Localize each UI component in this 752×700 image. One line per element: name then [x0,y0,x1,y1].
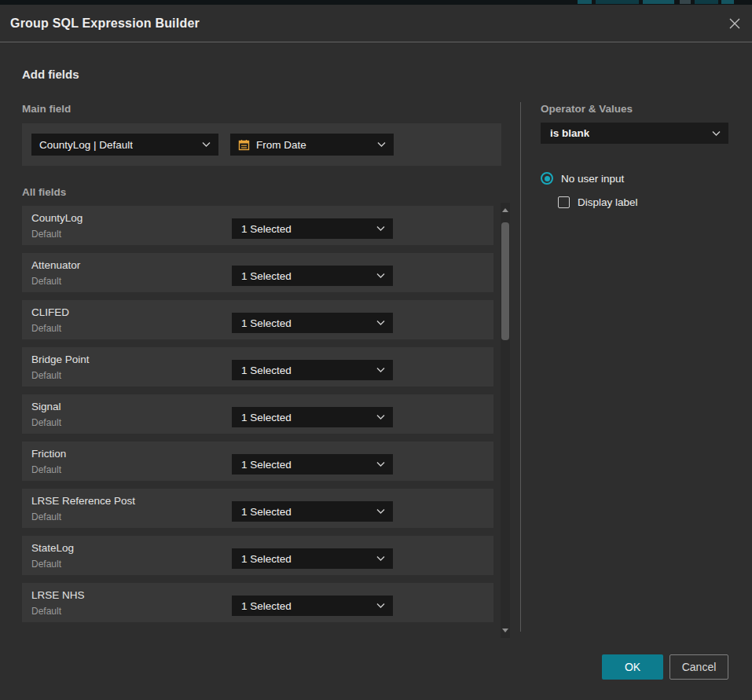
field-name: Bridge Point [31,354,90,365]
field-name: LRSE NHS [31,589,85,601]
field-name: Signal [31,401,61,412]
cancel-button[interactable]: Cancel [669,654,728,680]
scrollbar-thumb[interactable] [501,222,509,340]
radio-icon [541,172,553,185]
radio-label: No user input [561,173,624,185]
background-fragment [721,0,734,4]
calendar-icon [238,139,250,151]
ok-button[interactable]: OK [602,654,663,680]
main-field-panel: CountyLog | Default From Date [22,123,501,166]
field-name: CLIFED [31,306,69,318]
field-subtitle: Default [31,417,61,428]
panel-divider [520,102,521,632]
field-subtitle: Default [31,511,61,522]
scroll-up-icon[interactable] [502,208,508,212]
field-selection-dropdown[interactable]: 1 Selected [232,548,393,569]
close-icon[interactable] [728,16,742,31]
chevron-down-icon [376,226,385,232]
field-row-statelog: StateLog Default 1 Selected [22,536,493,575]
field-selection-value: 1 Selected [241,412,292,423]
checkbox-label: Display label [578,196,638,208]
main-field-source-value: CountyLog | Default [39,139,133,151]
field-subtitle: Default [31,559,61,570]
field-selection-dropdown[interactable]: 1 Selected [232,360,393,380]
main-field-source-select[interactable]: CountyLog | Default [31,134,218,156]
chevron-down-icon [376,462,385,467]
field-selection-value: 1 Selected [241,506,292,518]
chevron-down-icon [376,273,385,279]
sql-expression-builder-dialog: Group SQL Expression Builder Add fields … [0,5,752,700]
all-fields-label: All fields [22,186,66,198]
field-subtitle: Default [31,606,61,617]
field-selection-dropdown[interactable]: 1 Selected [232,407,393,427]
background-fragment [596,0,639,4]
field-subtitle: Default [31,276,61,287]
chevron-down-icon [376,603,385,609]
scroll-down-icon[interactable] [502,629,508,632]
background-fragment [680,0,691,4]
field-selection-value: 1 Selected [241,553,292,565]
field-row-lrse-reference-post: LRSE Reference Post Default 1 Selected [22,489,493,528]
field-selection-value: 1 Selected [241,459,292,471]
field-selection-dropdown[interactable]: 1 Selected [232,596,393,616]
no-user-input-radio[interactable]: No user input [541,172,624,185]
field-subtitle: Default [31,229,61,240]
fields-list-scrollbar[interactable] [501,203,510,638]
field-name: Attenuator [31,259,80,271]
field-row-clifed: CLIFED Default 1 Selected [22,300,493,339]
operator-value: is blank [550,127,589,139]
add-fields-heading: Add fields [22,68,79,81]
chevron-down-icon [376,321,385,326]
field-selection-dropdown[interactable]: 1 Selected [232,218,393,239]
field-selection-dropdown[interactable]: 1 Selected [232,454,393,475]
field-name: Friction [31,448,66,460]
chevron-down-icon [377,142,386,148]
field-name: LRSE Reference Post [31,495,135,507]
display-label-checkbox[interactable]: Display label [558,196,638,208]
field-selection-dropdown[interactable]: 1 Selected [232,501,393,522]
field-subtitle: Default [31,370,61,381]
chevron-down-icon [202,142,211,148]
field-name: StateLog [31,542,74,554]
field-row-friction: Friction Default 1 Selected [22,442,493,481]
field-selection-value: 1 Selected [241,270,292,282]
main-field-date-value: From Date [256,139,306,151]
field-selection-value: 1 Selected [241,600,292,612]
field-row-attenuator: Attenuator Default 1 Selected [22,253,493,292]
background-fragment [695,0,718,4]
field-row-bridge-point: Bridge Point Default 1 Selected [22,347,493,387]
field-selection-value: 1 Selected [241,317,292,329]
chevron-down-icon [376,509,385,515]
field-subtitle: Default [31,323,61,334]
background-fragment [578,0,592,4]
dialog-title: Group SQL Expression Builder [10,5,200,42]
chevron-down-icon [376,415,385,420]
main-field-label: Main field [22,103,71,115]
dialog-title-bar: Group SQL Expression Builder [0,5,752,42]
chevron-down-icon [376,556,385,562]
checkbox-icon [558,196,570,208]
field-subtitle: Default [31,464,61,475]
field-selection-value: 1 Selected [241,223,292,235]
field-row-lrse-nhs: LRSE NHS Default 1 Selected [22,583,493,622]
field-row-countylog: CountyLog Default 1 Selected [22,206,493,245]
main-field-date-select[interactable]: From Date [230,134,394,156]
field-name: CountyLog [31,212,83,224]
operator-values-label: Operator & Values [541,103,633,115]
chevron-down-icon [712,130,721,136]
background-fragment [643,0,674,4]
field-selection-dropdown[interactable]: 1 Selected [232,266,393,286]
field-selection-dropdown[interactable]: 1 Selected [232,313,393,333]
field-row-signal: Signal Default 1 Selected [22,394,493,434]
field-selection-value: 1 Selected [241,365,292,376]
chevron-down-icon [376,368,385,373]
operator-select[interactable]: is blank [541,123,728,144]
